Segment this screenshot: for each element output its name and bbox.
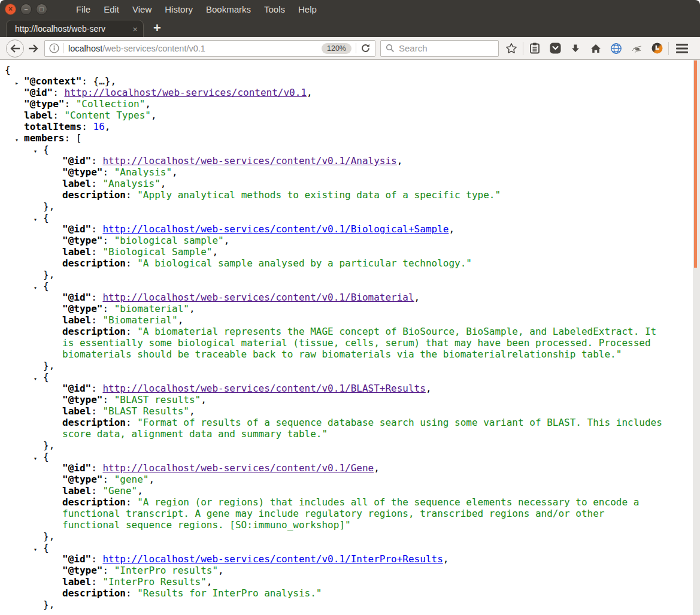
json-colon: :	[91, 462, 102, 474]
menu-button[interactable]	[670, 40, 694, 57]
browser-tab[interactable]: http://localhost/web-serv ×	[6, 20, 144, 37]
json-comma: ,	[212, 246, 218, 257]
zoom-level-badge[interactable]: 120%	[322, 43, 351, 54]
json-link[interactable]: http://localhost/web-services/content/v0…	[102, 223, 449, 235]
json-colon: :	[91, 246, 102, 257]
json-brace: {	[5, 64, 11, 75]
site-info-icon[interactable]	[49, 43, 59, 53]
json-key: "@id"	[24, 87, 53, 98]
json-link[interactable]: http://localhost/web-services/content/v0…	[102, 553, 443, 565]
json-key: label	[62, 314, 91, 326]
fly-extension-icon[interactable]	[626, 40, 647, 57]
json-comma: ,	[178, 314, 184, 326]
downloads-button[interactable]	[565, 40, 586, 57]
json-key: "@id"	[62, 223, 91, 235]
json-string-value: "Apply analytical methods to existing da…	[137, 189, 501, 201]
search-input[interactable]: Search	[380, 40, 499, 57]
json-colon: :	[91, 292, 102, 303]
tab-title: http://localhost/web-serv	[15, 24, 129, 34]
json-comma: ,	[374, 462, 380, 474]
json-link[interactable]: http://localhost/web-services/content/v0…	[102, 462, 374, 474]
tab-close-icon[interactable]: ×	[132, 25, 138, 34]
menu-item-edit[interactable]: Edit	[97, 4, 126, 14]
menu-item-bookmarks[interactable]: Bookmarks	[199, 4, 257, 14]
menu-item-tools[interactable]: Tools	[257, 4, 292, 14]
json-colon: :	[126, 257, 137, 269]
json-comma: ,	[307, 87, 313, 98]
json-colon: :	[126, 189, 137, 201]
json-colon: :	[102, 166, 114, 178]
new-tab-button[interactable]: +	[153, 22, 161, 35]
toolbar-separator	[523, 42, 523, 55]
json-key: "@id"	[62, 462, 91, 474]
json-key: description	[62, 417, 126, 428]
json-colon: :	[126, 496, 137, 508]
json-string-value: "Gene"	[102, 485, 137, 496]
json-colon: :	[64, 98, 75, 110]
json-link[interactable]: http://localhost/web-services/content/v0…	[102, 383, 425, 394]
close-button[interactable]: ×	[5, 4, 16, 15]
json-collapsed-value: {…},	[93, 75, 117, 87]
menu-item-file[interactable]: File	[69, 4, 97, 14]
search-placeholder: Search	[399, 43, 428, 53]
json-colon: :	[81, 75, 93, 87]
bookmark-star-button[interactable]	[501, 40, 522, 57]
orange-ball-extension-icon[interactable]	[647, 40, 667, 57]
json-key: "@type"	[62, 394, 102, 405]
json-colon: :	[53, 87, 64, 98]
bookmarks-menu-button[interactable]	[525, 40, 545, 57]
json-key: "@id"	[62, 553, 91, 565]
json-comma: ,	[172, 166, 178, 178]
json-key: members	[24, 132, 64, 144]
json-colon: :	[102, 565, 114, 576]
json-link[interactable]: http://localhost/web-services/content/v0…	[102, 292, 414, 303]
json-key: "@id"	[62, 155, 91, 166]
json-key: "@type"	[62, 474, 102, 485]
json-comma: ,	[145, 98, 151, 110]
reload-button[interactable]	[360, 43, 371, 53]
json-key: "@context"	[24, 75, 81, 87]
json-key: description	[62, 189, 126, 201]
json-comma: ,	[218, 565, 224, 576]
json-link[interactable]: http://localhost/web-services/content/v0…	[64, 87, 307, 98]
json-colon: :	[102, 235, 114, 246]
navigation-toolbar: localhost/web-services/content/v0.1 120%…	[0, 37, 700, 60]
json-brace: {	[43, 280, 49, 292]
json-link[interactable]: http://localhost/web-services/content/v0…	[102, 155, 396, 166]
forward-button[interactable]	[25, 40, 41, 57]
toolbar-separator	[668, 42, 669, 55]
json-key: description	[62, 496, 126, 508]
json-string-value: "gene"	[114, 474, 149, 485]
home-button[interactable]	[586, 40, 606, 57]
menu-item-history[interactable]: History	[158, 4, 199, 14]
json-colon: :	[102, 474, 114, 485]
json-colon: :	[91, 485, 102, 496]
json-comma: ,	[201, 394, 207, 405]
scrollbar-thumb[interactable]	[694, 60, 697, 268]
json-key: label	[62, 485, 91, 496]
maximize-button[interactable]: □	[36, 4, 47, 15]
json-brace: },	[43, 269, 54, 280]
json-comma: ,	[189, 405, 195, 417]
json-string-value: "Content Types"	[64, 110, 151, 121]
minimize-button[interactable]: −	[20, 4, 32, 15]
back-button[interactable]	[6, 40, 24, 57]
scrollbar-track[interactable]	[693, 60, 700, 615]
json-comma: ,	[105, 121, 111, 132]
json-bracket: [	[76, 132, 82, 144]
json-string-value: "biological sample"	[114, 235, 224, 246]
url-path: /web-services/content/v0.1	[102, 44, 205, 53]
url-bar[interactable]: localhost/web-services/content/v0.1 120%	[44, 40, 375, 57]
json-comma: ,	[414, 292, 420, 303]
menu-item-help[interactable]: Help	[292, 4, 323, 14]
url-text[interactable]: localhost/web-services/content/v0.1	[68, 44, 322, 53]
json-key: label	[62, 576, 91, 587]
menu-item-view[interactable]: View	[126, 4, 158, 14]
json-brace: {	[43, 451, 49, 462]
pocket-button[interactable]	[545, 40, 565, 57]
json-brace: },	[43, 360, 54, 371]
json-string-value: "A region (or regions) that includes all…	[62, 496, 639, 531]
globe-extension-icon[interactable]	[606, 40, 626, 57]
page-content: {▸"@context": {…},"@id": http://localhos…	[0, 60, 700, 615]
json-colon: :	[53, 110, 64, 121]
